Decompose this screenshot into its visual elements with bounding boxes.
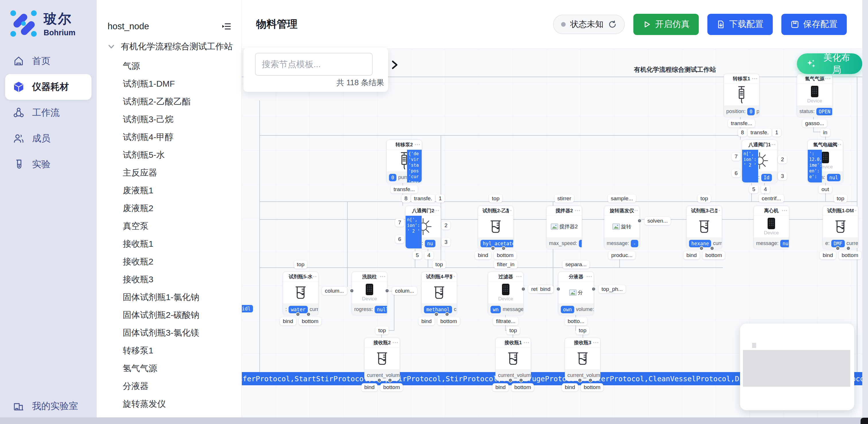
value-chip[interactable]: nu [425, 240, 435, 247]
port-chip[interactable]: transfe. [411, 194, 435, 203]
value-chip[interactable]: OPEN [816, 108, 832, 115]
node-menu-icon[interactable] [434, 210, 439, 211]
tree-item[interactable]: 主反应器 [97, 164, 242, 182]
save-config-button[interactable]: 保存配置 [781, 14, 847, 35]
node-menu-icon[interactable] [836, 144, 841, 145]
port-chip[interactable]: out [819, 185, 832, 193]
port-chip[interactable]: botto... [565, 317, 587, 325]
flow-node[interactable]: 试剂瓶5-水:watercurrent_vtopbindbottom›› [283, 272, 318, 315]
horizontal-scrollbar[interactable] [0, 417, 868, 424]
flow-node[interactable]: 试剂瓶2-乙酸乙酯hyl_acetatecurretopbindbottom›› [478, 206, 514, 249]
tree-item[interactable]: 废液瓶2 [97, 200, 242, 217]
flow-node[interactable]: 旋转蒸发仪旋转message:-max_sample...produc...so… [604, 206, 640, 249]
tree-item[interactable]: 气源 [97, 57, 242, 75]
flow-node[interactable]: 八通阀门1status:Idn[',ion':' 2 '8transfe.176… [742, 140, 777, 183]
port-chip[interactable]: bottom [703, 251, 725, 259]
value-chip[interactable]: 0 [747, 108, 755, 115]
port-chip[interactable]: bottom [437, 317, 460, 325]
value-chip[interactable]: hexane [689, 240, 711, 247]
flow-node[interactable]: 试剂瓶3-己烷hexanecurrent_vtopbindbottom›› [686, 206, 722, 249]
port-chip[interactable]: stirrer [555, 194, 574, 203]
flow-node[interactable]: 接收瓶3current_volume:0topbindbottom›› [565, 338, 600, 381]
side-port-chip[interactable]: colum... [392, 287, 417, 295]
node-menu-icon[interactable] [825, 78, 830, 79]
port-chip[interactable]: 2 [778, 155, 787, 163]
node-menu-icon[interactable] [575, 210, 580, 211]
value-chip[interactable]: 2000 [579, 240, 582, 247]
port-chip[interactable]: bind [418, 317, 435, 325]
port-chip[interactable]: 3 [441, 238, 451, 246]
tree-item[interactable]: 旋转蒸发仪 [97, 395, 242, 413]
port-chip[interactable]: 3 [778, 172, 787, 180]
flow-node[interactable]: 分液器分ownvolume:250separa...botto...bind›t… [558, 272, 594, 315]
status-badge[interactable]: 状态未知 [553, 14, 625, 34]
flow-node[interactable]: 氢气气源Devicestatus:OPENgasso... [797, 74, 832, 117]
port-chip[interactable]: 4 [425, 251, 433, 259]
sidebar-item-home[interactable]: 首页 [0, 48, 97, 74]
port-chip[interactable]: transfe... [728, 119, 755, 127]
value-chip[interactable]: 0 [389, 174, 396, 181]
port-chip[interactable]: top [489, 194, 502, 203]
value-chip[interactable]: null [780, 240, 789, 247]
port-chip[interactable]: 6 [395, 235, 404, 243]
tree-item[interactable]: 废液瓶1 [97, 182, 242, 200]
port-chip[interactable]: top [834, 194, 847, 203]
port-chip[interactable]: separa... [562, 261, 589, 269]
vertical-scrollbar[interactable] [862, 0, 868, 424]
port-chip[interactable]: centrif... [759, 194, 784, 203]
flow-node[interactable]: 搅拌器2搅拌器2max_speed:2000stirrer [547, 206, 582, 249]
tree-item[interactable]: 试剂瓶3-己烷 [97, 111, 242, 128]
sidebar-item-my-lab[interactable]: 我的实验室 [12, 400, 78, 413]
flow-node[interactable]: 转移泵20pump_info:{'de'vir'sta'pos'cur'max'… [386, 140, 422, 183]
node-menu-icon[interactable] [593, 342, 598, 343]
port-chip[interactable]: bind [475, 251, 491, 259]
flow-node[interactable]: 洗脱柱Devicerogress:nullcolucolum...›colum.… [352, 272, 387, 315]
refresh-icon[interactable] [608, 20, 617, 29]
sidebar-item-instruments[interactable]: 仪器耗材 [5, 74, 92, 100]
tree-item[interactable]: 接收瓶2 [97, 253, 242, 271]
port-chip[interactable]: bottom [512, 383, 534, 391]
beautify-layout-button[interactable]: 美化布局 [797, 53, 862, 74]
value-chip[interactable]: hyl_acetate [480, 240, 513, 247]
value-chip[interactable]: null [375, 306, 387, 313]
node-menu-icon[interactable] [415, 144, 420, 145]
side-port-chip[interactable]: colum... [322, 287, 347, 295]
tree-item[interactable]: 接收瓶1 [97, 235, 242, 253]
flow-node[interactable]: 接收瓶2current_volume:0topbindbottom›› [364, 338, 400, 381]
port-chip[interactable]: top [433, 261, 446, 269]
port-chip[interactable]: transfe... [391, 185, 417, 193]
minimap[interactable] [740, 324, 854, 410]
port-chip[interactable]: produc... [609, 251, 636, 259]
sidebar-item-workflow[interactable]: 工作流 [0, 100, 97, 126]
node-menu-icon[interactable] [782, 210, 787, 211]
chevron-right-icon[interactable] [390, 59, 401, 70]
node-menu-icon[interactable] [587, 276, 592, 277]
side-port-chip[interactable]: solven... [645, 217, 671, 225]
tree-item[interactable]: 试剂瓶1-DMF [97, 75, 242, 93]
port-chip[interactable]: 1 [772, 128, 781, 137]
tree-item[interactable]: 试剂瓶5-水 [97, 146, 242, 164]
port-chip[interactable]: 7 [395, 219, 404, 226]
port-chip[interactable]: bind [684, 251, 700, 259]
port-chip[interactable]: top [576, 327, 589, 334]
tree-item[interactable]: 试剂瓶2-乙酸乙酯 [97, 93, 242, 111]
flow-node[interactable]: 过滤器Devicewnmessage:-mafilter_infiltrate.… [488, 272, 524, 315]
port-chip[interactable]: bottom [494, 251, 516, 259]
port-chip[interactable]: top [698, 194, 711, 203]
value-chip[interactable]: own [561, 306, 574, 313]
tree-item[interactable]: 分液器 [97, 377, 242, 395]
node-menu-icon[interactable] [311, 276, 316, 277]
port-chip[interactable]: bind [820, 251, 836, 259]
port-chip[interactable]: 8 [738, 128, 747, 137]
port-chip[interactable]: 2 [441, 221, 451, 230]
port-chip[interactable]: bind [562, 383, 578, 391]
port-chip[interactable]: bind [493, 383, 508, 391]
flow-node[interactable]: 试剂瓶1-DMFe:DMFcurrent_voltopbindbottom›› [823, 206, 858, 249]
flow-node[interactable]: 接收瓶1current_volume:0topbindbottom›› [495, 338, 531, 381]
tree-item[interactable]: 转移泵1 [97, 342, 242, 359]
node-menu-icon[interactable] [506, 210, 512, 211]
tree-item[interactable]: 真空泵 [97, 217, 242, 235]
node-menu-icon[interactable] [715, 210, 720, 211]
port-chip[interactable]: 4 [761, 185, 770, 193]
value-chip[interactable]: wn [491, 306, 501, 313]
